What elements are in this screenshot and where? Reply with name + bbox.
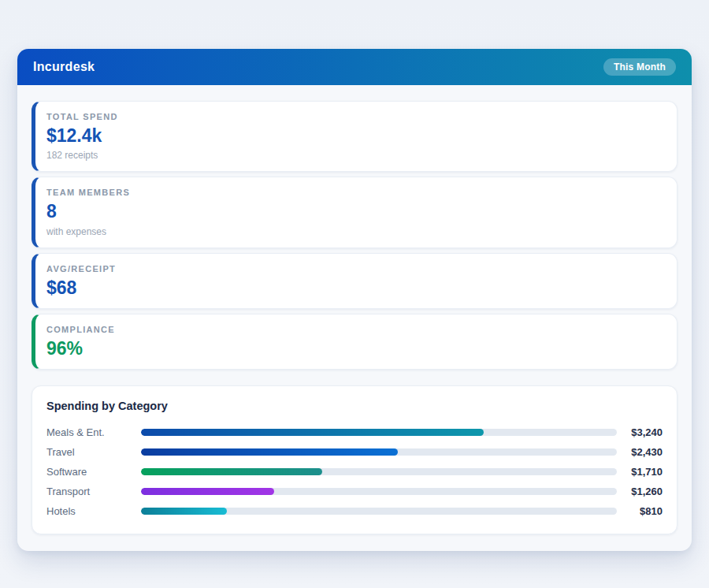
category-row-travel: Travel $2,430: [46, 442, 663, 462]
category-amount: $1,710: [617, 466, 663, 478]
bar-track: [141, 488, 617, 495]
card-header: Incurdesk This Month: [17, 49, 692, 85]
category-label: Software: [46, 466, 141, 478]
stat-subtext: with expenses: [46, 226, 663, 237]
category-label: Hotels: [46, 505, 141, 517]
bar-track: [141, 448, 617, 456]
bar-fill: [141, 448, 398, 456]
category-amount: $3,240: [617, 426, 663, 438]
bar-track: [141, 429, 617, 436]
bar-track: [141, 468, 617, 475]
stat-value: 8: [46, 202, 663, 221]
card-body: TOTAL SPEND $12.4k 182 receipts TEAM MEM…: [17, 85, 692, 551]
this-month-badge[interactable]: This Month: [603, 58, 676, 76]
category-amount: $1,260: [617, 486, 663, 497]
category-row-hotels: Hotels $810: [46, 501, 663, 521]
stat-value: $12.4k: [46, 126, 663, 146]
category-row-software: Software $1,710: [46, 462, 663, 482]
stat-card-team-members: TEAM MEMBERS 8 with expenses: [32, 177, 677, 247]
stat-card-avg-receipt: AVG/RECEIPT $68: [32, 253, 677, 309]
stat-subtext: 182 receipts: [46, 150, 663, 161]
bar-fill: [141, 508, 227, 515]
incurdesk-dashboard-card: Incurdesk This Month TOTAL SPEND $12.4k …: [17, 49, 692, 551]
spending-by-category-card: Spending by Category Meals & Ent. $3,240…: [32, 385, 677, 534]
category-amount: $810: [617, 505, 663, 517]
stat-label: TOTAL SPEND: [46, 112, 663, 121]
app-title: Incurdesk: [33, 60, 95, 74]
category-row-meals: Meals & Ent. $3,240: [46, 422, 663, 442]
stat-card-compliance: COMPLIANCE 96%: [32, 314, 677, 370]
bar-fill: [141, 488, 274, 495]
category-amount: $2,430: [617, 446, 663, 458]
page-background: { "header": { "title": "Incurdesk", "bad…: [0, 0, 709, 588]
bar-track: [141, 508, 617, 515]
bar-fill: [141, 429, 484, 436]
category-label: Transport: [46, 486, 141, 497]
chart-title: Spending by Category: [46, 400, 663, 412]
stat-label: AVG/RECEIPT: [46, 264, 663, 274]
stat-value: 96%: [46, 339, 663, 359]
stat-label: TEAM MEMBERS: [46, 188, 663, 197]
category-label: Meals & Ent.: [46, 426, 141, 438]
category-row-transport: Transport $1,260: [46, 482, 663, 501]
bar-fill: [141, 468, 322, 475]
category-label: Travel: [46, 446, 141, 458]
stat-card-total-spend: TOTAL SPEND $12.4k 182 receipts: [32, 101, 677, 172]
stat-label: COMPLIANCE: [46, 325, 663, 334]
stat-value: $68: [46, 278, 663, 298]
